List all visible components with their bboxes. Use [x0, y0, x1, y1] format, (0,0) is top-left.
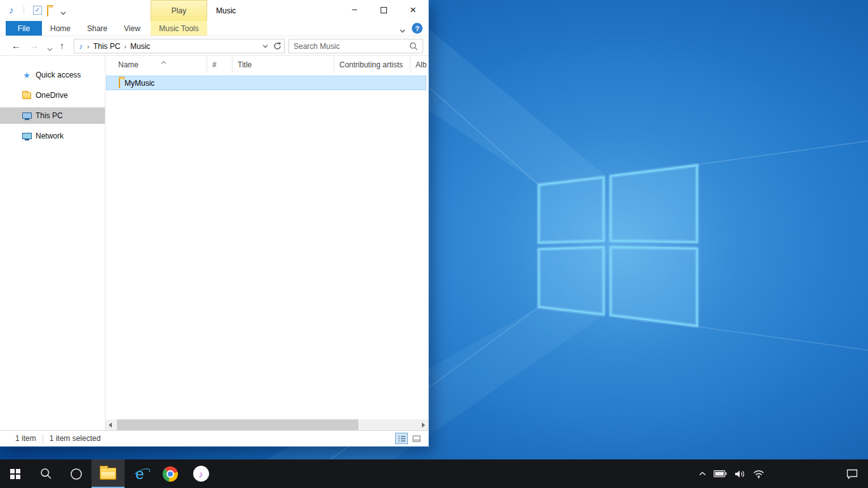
contextual-tab-play[interactable]: Play: [151, 0, 207, 21]
folder-icon: [22, 92, 31, 99]
search-box[interactable]: [288, 39, 423, 53]
tab-share[interactable]: Share: [79, 21, 116, 36]
qat-customize-chevron-icon[interactable]: [60, 8, 66, 17]
taskbar-file-explorer-button[interactable]: [92, 459, 125, 488]
expand-ribbon-chevron-icon[interactable]: [400, 26, 405, 35]
address-music-icon: ♪: [79, 42, 83, 51]
breadcrumb-this-pc[interactable]: This PC: [92, 42, 123, 51]
navigation-pane: ★ Quick access OneDrive This PC Network: [0, 56, 105, 430]
folder-icon: [119, 78, 120, 88]
navigation-toolbar: ← → ↑ ♪ › This PC › Music: [0, 36, 428, 56]
horizontal-scrollbar[interactable]: [105, 419, 428, 430]
logo-pane-top-left: [539, 177, 604, 243]
column-header-album[interactable]: Alb: [410, 56, 442, 73]
file-list-pane[interactable]: Name # Title Contributing artists Alb My…: [105, 56, 428, 430]
search-icon[interactable]: [409, 42, 418, 51]
close-button[interactable]: ×: [398, 0, 428, 20]
itunes-icon: ♪: [193, 466, 209, 482]
sidebar-item-label: This PC: [36, 111, 63, 120]
sort-ascending-caret-icon: [161, 57, 166, 66]
item-count: 1 item: [15, 434, 36, 443]
folder-icon: [47, 6, 48, 17]
taskbar-chrome-button[interactable]: [155, 459, 186, 488]
battery-icon[interactable]: [714, 470, 727, 477]
large-icons-view-button[interactable]: [410, 433, 423, 444]
sidebar-item-this-pc[interactable]: This PC: [0, 107, 105, 124]
minimize-button[interactable]: –: [340, 0, 369, 20]
volume-icon[interactable]: [735, 470, 745, 478]
taskbar-internet-explorer-button[interactable]: e: [125, 459, 155, 488]
qat-properties-icon[interactable]: ✓: [33, 6, 42, 15]
file-name: MyMusic: [125, 79, 154, 88]
network-wifi-icon[interactable]: [753, 470, 764, 478]
cortana-button[interactable]: [61, 459, 92, 488]
maximize-button[interactable]: [369, 0, 398, 20]
this-pc-icon: [22, 112, 32, 119]
windows-start-icon: [10, 469, 20, 479]
app-music-note-icon: ♪: [9, 4, 14, 15]
action-center-button[interactable]: [846, 459, 858, 488]
search-icon: [40, 468, 52, 480]
quick-access-star-icon: ★: [22, 71, 32, 80]
selection-count: 1 item selected: [50, 434, 101, 443]
address-bar[interactable]: ♪ › This PC › Music: [74, 39, 285, 53]
window-body: ★ Quick access OneDrive This PC Network …: [0, 56, 428, 430]
file-row-mymusic[interactable]: MyMusic: [106, 76, 426, 90]
search-input[interactable]: [289, 42, 409, 51]
titlebar[interactable]: ♪ | ✓ Play Music – ×: [0, 0, 428, 21]
status-separator: [43, 435, 43, 443]
close-icon: ×: [410, 4, 416, 17]
refresh-icon[interactable]: [271, 42, 283, 50]
details-view-button[interactable]: [395, 433, 408, 444]
sidebar-item-label: OneDrive: [36, 91, 68, 100]
scroll-left-arrow-icon[interactable]: [109, 423, 112, 428]
scrollbar-thumb[interactable]: [117, 419, 358, 430]
taskbar-itunes-button[interactable]: ♪: [186, 459, 216, 488]
column-header-title[interactable]: Title: [233, 56, 334, 73]
column-label: #: [212, 60, 217, 69]
window-title: Music: [216, 0, 236, 21]
sidebar-item-onedrive[interactable]: OneDrive: [0, 87, 105, 104]
help-button[interactable]: ?: [412, 23, 423, 34]
tab-music-tools[interactable]: Music Tools: [151, 21, 207, 36]
crumb-separator: ›: [85, 43, 92, 50]
tab-file[interactable]: File: [6, 21, 42, 36]
tab-home[interactable]: Home: [42, 21, 79, 36]
sidebar-item-network[interactable]: Network: [0, 128, 105, 144]
status-bar: 1 item 1 item selected: [0, 430, 428, 446]
taskbar-search-button[interactable]: [31, 459, 61, 488]
system-tray: [699, 459, 764, 488]
column-header-number[interactable]: #: [207, 56, 233, 73]
column-header-name[interactable]: Name: [112, 56, 207, 73]
logo-pane-top-right: [611, 165, 697, 242]
window-controls: – ×: [340, 0, 428, 20]
scroll-right-arrow-icon[interactable]: [422, 423, 425, 428]
start-button[interactable]: [0, 459, 31, 488]
back-button[interactable]: ←: [11, 40, 21, 51]
column-label: Name: [118, 60, 139, 69]
minimize-icon: –: [352, 4, 357, 14]
cortana-circle-icon: [70, 468, 83, 480]
star-icon: ★: [23, 71, 31, 80]
action-center-icon: [846, 469, 858, 479]
view-toggles: [395, 433, 423, 444]
logo-pane-bottom-left: [539, 247, 604, 315]
hidden-icons-chevron-icon[interactable]: [699, 471, 706, 476]
address-dropdown-chevron-icon[interactable]: [259, 44, 271, 48]
tab-view[interactable]: View: [116, 21, 149, 36]
logo-pane-bottom-right: [611, 247, 697, 326]
column-label: Alb: [416, 60, 426, 69]
sidebar-item-label: Quick access: [36, 71, 81, 79]
up-button[interactable]: ↑: [60, 41, 64, 51]
forward-button[interactable]: →: [29, 40, 39, 51]
taskbar-apps: e ♪: [0, 459, 216, 488]
recent-locations-chevron-icon[interactable]: [47, 44, 53, 53]
column-header-contributing-artists[interactable]: Contributing artists: [334, 56, 410, 73]
column-label: Contributing artists: [339, 60, 403, 69]
taskbar: e ♪: [0, 459, 868, 488]
breadcrumb-music[interactable]: Music: [128, 42, 152, 51]
file-explorer-icon: [100, 468, 116, 480]
sidebar-item-quick-access[interactable]: ★ Quick access: [0, 67, 105, 83]
ribbon-tab-row: File Home Share View Music Tools ?: [0, 21, 428, 36]
qat-new-folder-icon[interactable]: [47, 7, 48, 16]
